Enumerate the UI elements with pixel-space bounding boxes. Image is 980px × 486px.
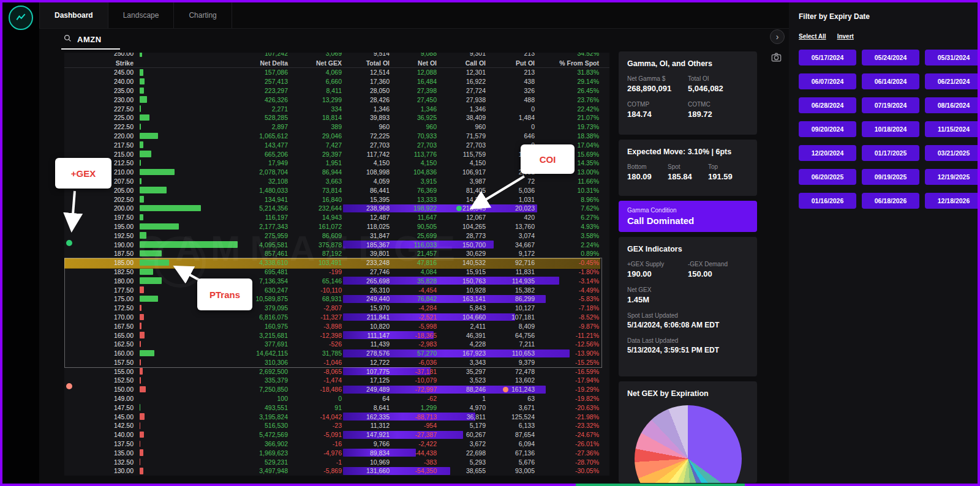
table-row[interactable]: 235.00223,2978,41128,05027,39827,7243262…	[64, 86, 609, 95]
cell-net-oi: 70,933	[391, 132, 438, 140]
cell-total-oi: 162,335	[343, 413, 391, 421]
cell-pct-from-spot: 0.89%	[536, 250, 600, 257]
table-row[interactable]: 227.502,2713341,3461,3461,346022.42%	[64, 104, 609, 113]
table-row[interactable]: 207.5032,1083,6634,0593,9153,9877211.66%	[64, 177, 609, 186]
expiry-date-button[interactable]: 06/21/2024	[925, 73, 980, 89]
table-row[interactable]: 152.50335,379-1,47417,125-10,0793,52313,…	[64, 376, 609, 385]
expiry-date-button[interactable]: 11/15/2024	[925, 121, 980, 137]
expiry-date-button[interactable]: 06/07/2024	[799, 73, 856, 89]
table-row[interactable]: 192.50275,95986,60931,84725,69928,7733,0…	[64, 231, 609, 240]
cell-pct-from-spot: 21.07%	[536, 114, 600, 121]
table-row[interactable]: 240.00257,4136,66017,36016,48416,9224382…	[64, 77, 609, 86]
tab-landscape[interactable]: Landscape	[108, 2, 175, 28]
cell-net-oi: -6,036	[391, 359, 438, 366]
table-row[interactable]: 149.00100064-62163-19.82%	[64, 394, 609, 403]
table-row[interactable]: 160.0014,642,11531,785278,57657,270167,9…	[64, 349, 609, 358]
expiry-date-button[interactable]: 01/17/2025	[862, 145, 919, 161]
cell-net-oi: 9,088	[391, 53, 438, 57]
cell-net-delta: 366,902	[135, 440, 289, 447]
table-row[interactable]: 202.50134,94116,84015,39513,33314,3641,0…	[64, 195, 609, 204]
table-row[interactable]: 162.50377,691-52611,439-2,9834,2287,211-…	[64, 340, 609, 349]
table-row[interactable]: 245.00157,0864,06912,51412,08812,3012133…	[64, 68, 609, 77]
expiry-date-button[interactable]: 07/19/2024	[862, 97, 919, 113]
expiry-date-button[interactable]: 12/20/2024	[799, 145, 856, 161]
cell-net-gex: -12,398	[289, 332, 343, 339]
expiry-date-button[interactable]: 06/18/2026	[862, 193, 919, 209]
table-row[interactable]: 200.005,214,356232,644238,968198,922218,…	[64, 204, 609, 213]
expiry-date-button[interactable]: 06/14/2024	[862, 73, 919, 89]
table-row[interactable]: 167.50160,975-3,89810,820-5,9982,4118,40…	[64, 321, 609, 331]
ticker-search[interactable]: AMZN	[61, 32, 120, 50]
ticker-value[interactable]: AMZN	[77, 35, 102, 44]
table-row[interactable]: 145.003,195,824-14,042162,335-88,71336,8…	[64, 412, 609, 421]
cell-net-gex: -18,486	[289, 386, 343, 393]
table-row[interactable]: 155.002,692,500-8,065107,775-37,18135,29…	[64, 367, 609, 376]
cell-net-oi: -54,350	[391, 467, 438, 474]
expiry-date-button[interactable]: 08/16/2024	[925, 97, 980, 113]
cell-net-oi: 35,828	[391, 277, 438, 285]
stat-value: 185.84	[668, 172, 708, 181]
cell-total-oi: 39,893	[343, 114, 391, 121]
table-row[interactable]: 157.50310,306-1,04612,722-6,0363,3439,37…	[64, 358, 609, 367]
table-row[interactable]: 170.006,816,075-11,327211,841-2,521104,6…	[64, 313, 609, 322]
table-row[interactable]: 175.0010,589,87568,931249,44076,842163,1…	[64, 294, 609, 304]
table-row[interactable]: 222.502,897389960960960019.73%	[64, 122, 609, 132]
brand-logo-icon[interactable]	[9, 6, 33, 30]
table-row[interactable]: 165.003,215,681-12,398111,147-18,36546,3…	[64, 331, 609, 340]
cell-put-oi: 213	[487, 69, 536, 76]
cell-call-oi: 167,923	[438, 350, 487, 357]
select-all-link[interactable]: Select All	[799, 33, 826, 40]
table-row[interactable]: 182.50695,481-19927,7464,08415,91511,831…	[64, 267, 609, 277]
expiry-date-button[interactable]: 09/19/2025	[862, 169, 919, 185]
table-row[interactable]: 172.50379,095-2,80715,970-4,2845,84310,1…	[64, 304, 609, 313]
expiry-date-button[interactable]: 06/28/2024	[799, 97, 856, 113]
expiry-date-button[interactable]: 05/24/2024	[862, 50, 919, 65]
cell-net-gex: -5,091	[289, 431, 343, 438]
table-row[interactable]: 142.50516,530-2311,312-9545,1796,133-23.…	[64, 421, 609, 430]
table-row[interactable]: 137.50366,902-169,766-2,4223,6726,094-26…	[64, 439, 609, 449]
expiry-date-button[interactable]: 06/20/2025	[799, 169, 856, 185]
camera-icon[interactable]	[771, 51, 783, 64]
table-row[interactable]: 225.00528,28518,81439,89336,92538,4091,4…	[64, 113, 609, 122]
cell-put-oi: 438	[487, 78, 536, 85]
table-row[interactable]: 197.50116,19714,94312,48711,64712,067420…	[64, 213, 609, 222]
table-row[interactable]: 220.001,065,61229,04672,22570,93371,5796…	[64, 132, 609, 141]
tab-dashboard[interactable]: Dashboard	[39, 2, 108, 28]
expiry-date-button[interactable]: 12/19/2025	[925, 169, 980, 185]
table-row[interactable]: 140.005,472,569-5,091147,921-27,38760,26…	[64, 430, 609, 439]
table-row[interactable]: 187.50857,46187,19239,80121,45730,6299,1…	[64, 249, 609, 258]
cell-net-gex: -16	[289, 440, 343, 447]
expiry-filter-title: Filter by Expiry Date	[799, 12, 968, 21]
table-row[interactable]: 195.002,177,343161,072118,02590,505104,2…	[64, 222, 609, 231]
cell-net-gex: -23	[289, 422, 343, 429]
table-row[interactable]: 180.007,136,35465,146265,69835,828150,76…	[64, 276, 609, 285]
table-row[interactable]: 205.001,480,03373,81486,44176,36981,4055…	[64, 185, 609, 195]
table-row[interactable]: 147.50493,551918,6411,2994,9703,671-20.6…	[64, 403, 609, 412]
table-row[interactable]: 230.00426,32613,29928,42627,45027,938488…	[64, 95, 609, 104]
expiry-date-button[interactable]: 12/18/2026	[925, 193, 980, 209]
expiry-date-button[interactable]: 05/31/2024	[925, 50, 980, 65]
expiry-date-button[interactable]: 05/17/2024	[799, 50, 856, 65]
cell-net-gex: 86,609	[289, 232, 343, 239]
table-row[interactable]: 185.004,338,610103,491233,24847,816140,5…	[64, 258, 609, 267]
expiry-date-button[interactable]: 03/21/2025	[925, 145, 980, 161]
cell-net-oi: 57,270	[391, 350, 438, 357]
table-row[interactable]: 177.50630,247-10,11026,310-4,45410,92815…	[64, 285, 609, 294]
cell-call-oi: 27,703	[438, 141, 487, 149]
tab-charting[interactable]: Charting	[174, 2, 232, 28]
cell-total-oi: 4,059	[343, 178, 391, 185]
expiry-date-button[interactable]: 09/20/2024	[799, 121, 856, 137]
expiry-date-button[interactable]: 01/16/2026	[799, 193, 856, 209]
table-row[interactable]: 150.007,250,850-18,486249,489-72,99788,2…	[64, 385, 609, 394]
collapse-chevron-button[interactable]: ›	[770, 29, 785, 44]
table-row[interactable]: 132.50529,231-110,969-3835,2935,676-28.7…	[64, 457, 609, 466]
net-gex-pie-chart[interactable]	[635, 405, 742, 483]
expiry-date-button[interactable]: 10/18/2024	[862, 121, 919, 137]
cell-net-delta: 2,271	[135, 105, 289, 113]
table-row[interactable]: 135.001,969,623-4,97689,834-44,43822,698…	[64, 448, 609, 457]
cell-net-oi: 4,150	[391, 159, 438, 166]
table-row[interactable]: 190.004,095,581375,878185,367116,033150,…	[64, 240, 609, 249]
invert-link[interactable]: Invert	[837, 33, 854, 40]
table-row[interactable]: 250.00107,2423,0699,5149,0889,30121334.5…	[64, 53, 609, 58]
table-row[interactable]: 130.003,497,948-5,869131,660-54,35038,65…	[64, 466, 609, 476]
